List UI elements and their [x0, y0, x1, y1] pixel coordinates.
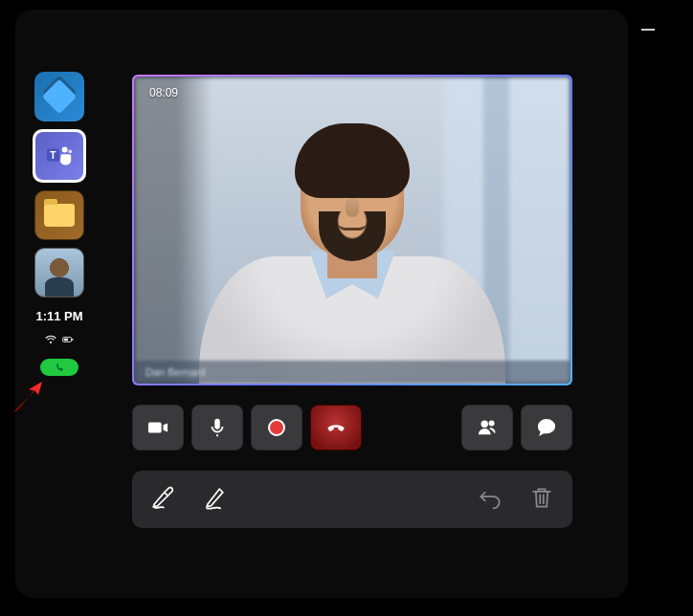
svg-rect-7 — [64, 339, 68, 341]
minimize-button[interactable] — [641, 29, 655, 31]
hangup-icon — [325, 417, 346, 438]
chat-icon — [536, 417, 557, 438]
svg-point-9 — [489, 421, 493, 425]
folder-icon — [44, 204, 75, 227]
record-icon — [268, 419, 285, 436]
participant-video — [199, 144, 505, 384]
wifi-icon — [45, 334, 56, 345]
highlighter-tool[interactable] — [149, 484, 176, 515]
svg-point-3 — [68, 149, 72, 153]
svg-point-8 — [481, 421, 487, 427]
phone-icon — [55, 363, 65, 373]
mic-button[interactable] — [191, 405, 243, 451]
svg-point-4 — [50, 341, 52, 343]
trash-icon — [528, 484, 555, 511]
svg-text:T: T — [50, 150, 56, 161]
status-clock: 1:11 PM — [35, 309, 82, 323]
undo-icon — [477, 484, 503, 511]
dock-teams-active[interactable]: T — [33, 129, 86, 183]
battery-icon — [62, 334, 74, 345]
app-dock: T 1:11 PM — [33, 72, 86, 376]
teams-icon: T — [45, 142, 74, 170]
participant-name: Dan Bernard — [145, 366, 205, 378]
people-button[interactable] — [461, 405, 513, 451]
annotation-arrow-icon — [10, 378, 48, 416]
call-controls — [132, 402, 572, 453]
hangup-button[interactable] — [310, 405, 362, 451]
pen-tool[interactable] — [201, 484, 228, 515]
pen-icon — [201, 484, 228, 511]
avatar-icon — [35, 249, 83, 297]
dock-user-avatar[interactable] — [34, 248, 84, 297]
dock-app-launcher[interactable] — [34, 72, 84, 121]
camera-button[interactable] — [132, 405, 184, 451]
camera-icon — [147, 417, 168, 438]
participant-name-strip: Dan Bernard — [134, 361, 570, 384]
svg-rect-6 — [72, 339, 73, 341]
call-timer: 08:09 — [149, 86, 178, 99]
undo-button[interactable] — [477, 484, 503, 515]
video-call-window: 08:09 Dan Bernard — [132, 75, 572, 385]
svg-point-2 — [62, 146, 68, 152]
chat-button[interactable] — [521, 405, 572, 451]
highlighter-icon — [149, 484, 176, 511]
record-button[interactable] — [251, 405, 302, 451]
ink-toolbar — [132, 471, 572, 528]
status-tray — [45, 334, 74, 345]
dock-files[interactable] — [34, 190, 84, 240]
people-icon — [477, 417, 498, 438]
diamond-icon — [42, 79, 78, 115]
delete-button[interactable] — [528, 484, 555, 515]
mic-icon — [207, 417, 228, 438]
active-call-indicator[interactable] — [40, 359, 78, 376]
